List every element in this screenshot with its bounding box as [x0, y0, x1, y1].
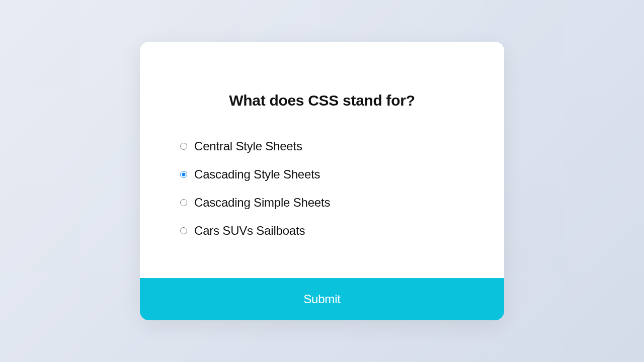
- radio-icon[interactable]: [180, 199, 187, 206]
- option-4[interactable]: Cars SUVs Sailboats: [180, 224, 464, 238]
- option-label: Cascading Simple Sheets: [194, 196, 330, 210]
- option-label: Cascading Style Sheets: [194, 167, 320, 182]
- quiz-card: What does CSS stand for? Central Style S…: [140, 42, 504, 320]
- question-text: What does CSS stand for?: [180, 92, 464, 109]
- option-label: Cars SUVs Sailboats: [194, 224, 305, 238]
- option-3[interactable]: Cascading Simple Sheets: [180, 196, 464, 210]
- quiz-content: What does CSS stand for? Central Style S…: [140, 42, 504, 278]
- option-label: Central Style Sheets: [194, 139, 302, 153]
- options-list: Central Style Sheets Cascading Style She…: [180, 139, 464, 238]
- option-2[interactable]: Cascading Style Sheets: [180, 167, 464, 182]
- radio-icon[interactable]: [180, 227, 187, 234]
- radio-icon[interactable]: [180, 143, 187, 150]
- option-1[interactable]: Central Style Sheets: [180, 139, 464, 153]
- submit-button[interactable]: Submit: [140, 278, 504, 320]
- radio-icon[interactable]: [180, 171, 187, 178]
